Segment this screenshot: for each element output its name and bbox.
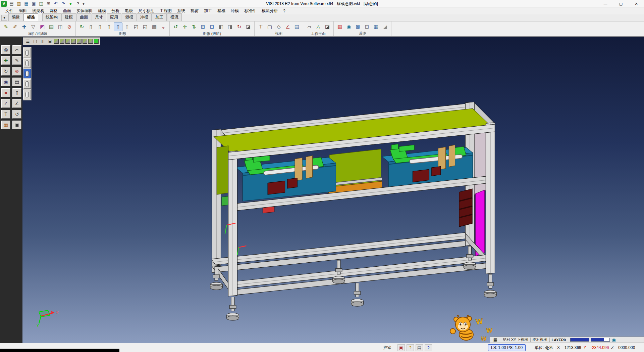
display-shaded-button[interactable] <box>23 69 31 78</box>
text-tool-icon[interactable]: T <box>1 110 10 119</box>
maximize-button[interactable]: ▢ <box>613 0 629 7</box>
new-file-icon[interactable]: ▤ <box>8 0 15 7</box>
workplane-xy-icon[interactable]: ▱ <box>305 23 314 31</box>
display-wireframe-button[interactable] <box>23 48 31 57</box>
rotate-tool-icon[interactable]: ↻ <box>1 67 10 76</box>
filter-funnel-icon[interactable]: ▽ <box>29 23 38 31</box>
palette-tool-icon[interactable]: ▦ <box>1 121 10 129</box>
zoom-dynamic-icon[interactable]: ⇅ <box>190 23 198 31</box>
layer-colors-icon[interactable]: ▦ <box>335 23 344 31</box>
view-mode-label[interactable]: 绝对视图 <box>533 337 547 342</box>
尺寸[interactable]: 尺寸 <box>92 13 106 21</box>
编辑[interactable]: 编辑 <box>8 13 23 21</box>
view-cube-iso-icon[interactable] <box>88 39 93 44</box>
regen-icon[interactable]: ↻ <box>77 23 86 31</box>
view-cube-bottom-icon[interactable] <box>83 39 87 44</box>
pan-view-icon[interactable]: ✛ <box>180 23 189 31</box>
print-icon[interactable]: ▣ <box>30 0 37 7</box>
model-canvas[interactable]: X Y <box>22 37 644 343</box>
rotate-view-icon[interactable]: ↺ <box>171 23 180 31</box>
viewport-grid-icon[interactable]: ⊞ <box>47 38 53 45</box>
draft-plane-icon[interactable]: ◢ <box>381 23 389 31</box>
match-properties-icon[interactable]: ✚ <box>20 23 29 31</box>
view-cube-back-icon[interactable] <box>77 39 82 44</box>
cylinder-wireframe-icon[interactable]: ▯ <box>87 23 95 31</box>
solid-view-icon[interactable]: ◰ <box>132 23 141 31</box>
list-icon[interactable]: ▤ <box>416 344 423 351</box>
matrix-icon[interactable]: ▦ <box>372 23 380 31</box>
view-previous-icon[interactable]: ◧ <box>217 23 225 31</box>
menu-item[interactable]: 加工 <box>201 7 215 14</box>
section-view-icon[interactable]: ◪ <box>244 23 253 31</box>
sheet-tool-icon[interactable]: ▯ <box>12 88 21 97</box>
view-cube-shaded-icon[interactable] <box>94 39 99 44</box>
塑模[interactable]: 塑模 <box>122 13 137 21</box>
taskbar-fragment[interactable] <box>0 349 119 352</box>
模流[interactable]: 模流 <box>167 13 182 21</box>
undo-icon[interactable]: ↶ <box>52 0 59 7</box>
cylinder-flat-icon[interactable]: ▯ <box>105 23 113 31</box>
zoom-window-icon[interactable]: ⊞ <box>199 23 207 31</box>
viewport-menu-icon[interactable]: ☰ <box>24 38 31 45</box>
filter-off-icon[interactable]: ⊘ <box>65 23 74 31</box>
应用[interactable]: 应用 <box>107 13 121 21</box>
view-next-icon[interactable]: ◨ <box>226 23 234 31</box>
tab-overflow-icon[interactable]: ▼ <box>1 15 7 21</box>
view-manager-icon[interactable]: ▤ <box>292 23 301 31</box>
线架构[interactable]: 线架构 <box>42 13 61 21</box>
display-hidden-line-button[interactable] <box>23 58 31 68</box>
redo-icon[interactable]: ↷ <box>60 0 67 7</box>
加工[interactable]: 加工 <box>152 13 167 21</box>
view-iso-icon[interactable]: ◇ <box>274 23 283 31</box>
capture-icon[interactable]: ◫ <box>38 0 45 7</box>
query-icon[interactable]: ? <box>407 344 414 351</box>
menu-item[interactable]: 塑模 <box>215 7 228 14</box>
menu-item[interactable]: 冲模 <box>228 7 241 14</box>
冲模[interactable]: 冲模 <box>137 13 152 21</box>
view-front-icon[interactable]: ▢ <box>265 23 274 31</box>
filter-window-icon[interactable]: ◫ <box>56 23 65 31</box>
cylinder-hidden-icon[interactable]: ▯ <box>96 23 104 31</box>
close-button[interactable]: ✕ <box>629 0 644 7</box>
absolute-view-label[interactable]: 绝对 XY 上视图 <box>503 337 528 342</box>
menu-item[interactable]: 模流分析 <box>259 7 280 14</box>
globe-status-icon[interactable]: ◉ <box>612 337 616 343</box>
filter-layer-icon[interactable]: ▤ <box>47 23 56 31</box>
undo-tool-icon[interactable]: ↺ <box>12 110 21 119</box>
units-label[interactable]: 单位: 毫米 <box>535 343 553 352</box>
graphics-viewport[interactable]: X Y ☰▢◫⊞ <box>22 37 644 343</box>
erase-tool-icon[interactable]: ⊗ <box>12 67 21 76</box>
attribute-pen-icon[interactable]: ✎ <box>2 23 10 31</box>
plot-tool-icon[interactable]: ▣ <box>12 121 21 129</box>
grid-x-icon[interactable]: ⊠ <box>354 23 362 31</box>
menu-item[interactable]: 视窗 <box>188 7 201 14</box>
save-icon[interactable]: ▦ <box>23 0 30 7</box>
open-file-icon[interactable]: ▧ <box>15 0 22 7</box>
view-axes-icon[interactable]: ∠ <box>283 23 292 31</box>
orbit-tool-icon[interactable]: ◉ <box>1 78 10 86</box>
menu-item[interactable]: 标准件 <box>241 7 259 14</box>
workplane-3point-icon[interactable]: △ <box>314 23 323 31</box>
layers-tool-icon[interactable]: ▤ <box>12 78 21 86</box>
solid-tool-icon[interactable]: ■ <box>1 88 10 97</box>
标准[interactable]: 标准 <box>23 13 38 21</box>
minimize-button[interactable]: — <box>598 0 613 7</box>
display-transparent-button[interactable] <box>23 90 31 99</box>
attribute-brush-icon[interactable]: ✐ <box>11 23 19 31</box>
help-icon[interactable]: ? <box>74 0 82 7</box>
trim-tool-icon[interactable]: ✂ <box>12 45 21 54</box>
建模[interactable]: 建模 <box>61 13 76 21</box>
zoom-tool-icon[interactable]: ◎ <box>1 45 10 54</box>
view-cube-right-icon[interactable] <box>65 39 70 44</box>
view-cube-top-icon[interactable] <box>54 39 59 44</box>
snap-label[interactable]: 控宰 <box>383 343 391 352</box>
snapshot-icon[interactable]: ⊡ <box>363 23 371 31</box>
viewport-maximize-icon[interactable]: ▢ <box>32 38 39 45</box>
cylinder-shaded-icon[interactable]: ▯ <box>114 23 122 31</box>
view-top-icon[interactable]: ⊤ <box>256 23 265 31</box>
z-level-tool-icon[interactable]: Z <box>1 99 10 108</box>
cylinder-transparent-icon[interactable]: ▯ <box>123 23 131 31</box>
view-cube-front-icon[interactable] <box>60 39 64 44</box>
model-lower-frame[interactable] <box>212 232 486 296</box>
menu-item[interactable]: ? <box>280 8 288 14</box>
